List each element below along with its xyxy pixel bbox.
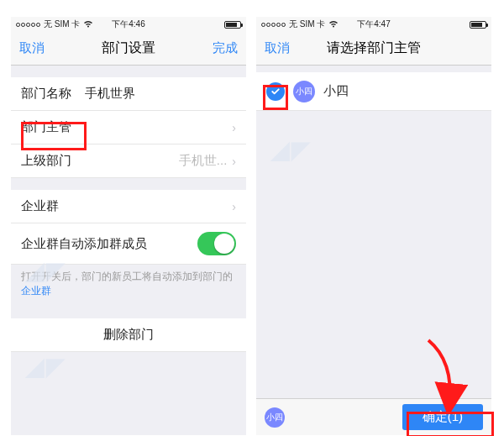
tutorial-canvas: 无 SIM 卡 下午4:46 取消 部门设置 完成 部门名称 手机世界 部门主管…	[0, 0, 504, 436]
avatar: 小四	[293, 81, 315, 102]
confirm-button[interactable]: 确定(1)	[402, 404, 483, 430]
checkmark-icon[interactable]	[266, 82, 285, 101]
parent-dept-label: 上级部门	[21, 153, 71, 169]
page-title: 部门设置	[11, 39, 246, 57]
dept-name-row[interactable]: 部门名称 手机世界	[11, 77, 246, 111]
left-screenshot: 无 SIM 卡 下午4:46 取消 部门设置 完成 部门名称 手机世界 部门主管…	[11, 17, 246, 435]
parent-dept-value: 手机世...	[179, 153, 228, 169]
avatar: 小四	[265, 407, 285, 428]
dept-name-label: 部门名称	[21, 86, 71, 102]
chevron-right-icon: ›	[232, 200, 236, 213]
nav-bar: 取消 部门设置 完成	[11, 32, 246, 66]
status-bar: 无 SIM 卡 下午4:47	[256, 17, 491, 32]
right-screenshot: 无 SIM 卡 下午4:47 取消 请选择部门主管 小四 小四 ◢◤	[256, 17, 491, 435]
wifi-icon	[328, 20, 339, 29]
auto-add-label: 企业群自动添加群成员	[21, 236, 147, 252]
status-bar: 无 SIM 卡 下午4:46	[11, 17, 246, 32]
signal-dots-icon	[261, 23, 286, 27]
nav-bar: 取消 请选择部门主管	[256, 32, 491, 66]
member-row[interactable]: 小四 小四	[256, 72, 491, 111]
done-button[interactable]: 完成	[213, 40, 238, 56]
footer-bar: 小四 确定(1)	[256, 398, 491, 435]
battery-icon	[224, 21, 241, 29]
member-name-label: 小四	[323, 83, 349, 99]
auto-add-row: 企业群自动添加群成员	[11, 223, 246, 265]
hint-link[interactable]: 企业群	[21, 285, 51, 297]
enterprise-group-row[interactable]: 企业群 ›	[11, 190, 246, 223]
auto-add-hint: 打开开关后，部门的新员工将自动添加到部门的企业群	[11, 265, 246, 307]
auto-add-switch[interactable]	[197, 232, 236, 255]
wifi-icon	[83, 20, 93, 29]
enterprise-group-label: 企业群	[21, 198, 59, 214]
page-title: 请选择部门主管	[256, 39, 491, 57]
signal-dots-icon	[16, 23, 40, 27]
carrier-label: 无 SIM 卡	[44, 18, 80, 30]
carrier-label: 无 SIM 卡	[289, 18, 325, 30]
watermark-icon: ◢◤	[271, 136, 312, 164]
chevron-right-icon: ›	[232, 121, 236, 134]
cancel-button[interactable]: 取消	[265, 40, 290, 56]
dept-manager-row[interactable]: 部门主管 ›	[11, 111, 246, 144]
dept-name-value: 手机世界	[85, 86, 135, 102]
battery-icon	[470, 21, 486, 29]
delete-dept-label: 删除部门	[103, 327, 154, 343]
cancel-button[interactable]: 取消	[19, 40, 45, 56]
chevron-right-icon: ›	[232, 155, 236, 168]
delete-dept-row[interactable]: 删除部门	[11, 318, 246, 352]
dept-manager-label: 部门主管	[21, 119, 71, 135]
parent-dept-row[interactable]: 上级部门 手机世... ›	[11, 144, 246, 178]
